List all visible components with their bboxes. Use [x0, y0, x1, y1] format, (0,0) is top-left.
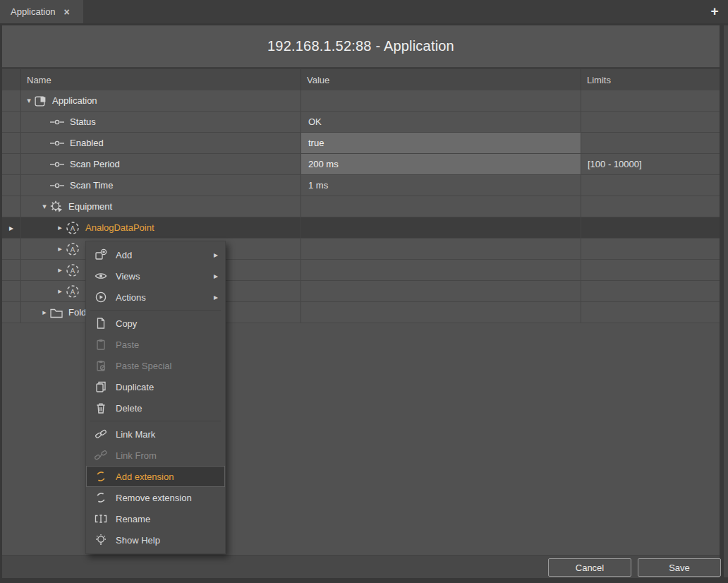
folder-icon	[49, 306, 63, 319]
menu-item-label: Rename	[116, 514, 150, 524]
expander-icon[interactable]	[55, 223, 65, 232]
row-marker	[2, 112, 21, 132]
menu-item-label: Show Help	[116, 535, 160, 546]
new-tab-button[interactable]: +	[705, 2, 724, 20]
menu-item-label: Views	[116, 271, 140, 282]
expander-icon[interactable]	[24, 96, 34, 105]
tree-item-application[interactable]: Application	[21, 90, 301, 111]
menu-item-copy[interactable]: Copy	[86, 313, 225, 334]
menu-item-link-from[interactable]: Link From	[86, 445, 225, 466]
link-icon	[94, 428, 108, 440]
limits-cell	[581, 175, 720, 196]
tree-item-label: Equipment	[68, 201, 112, 212]
limits-cell	[581, 133, 720, 153]
menu-item-add-extension[interactable]: Add extension	[86, 466, 225, 487]
limits-cell	[581, 217, 720, 238]
value-cell-enabled[interactable]: true	[301, 133, 581, 153]
limits-cell	[581, 196, 720, 217]
analog-point-icon: A	[65, 220, 80, 236]
menu-separator	[90, 421, 221, 421]
value-cell: OK	[301, 112, 581, 132]
link-from-icon	[94, 449, 108, 462]
menu-item-show-help[interactable]: Show Help	[86, 529, 225, 551]
value-cell	[301, 260, 581, 280]
menu-item-rename[interactable]: Rename	[86, 508, 225, 529]
row-marker	[2, 154, 21, 174]
property-label: Status	[70, 116, 96, 127]
duplicate-icon	[94, 380, 108, 393]
tab-label: Application	[11, 6, 56, 17]
save-button[interactable]: Save	[638, 558, 721, 577]
expander-icon[interactable]	[55, 244, 65, 253]
row-marker	[2, 281, 21, 301]
expander-icon[interactable]	[55, 287, 65, 296]
menu-item-label: Link From	[116, 450, 157, 461]
tree-item-analogdatapoint[interactable]: A AnalogDataPoint	[21, 217, 301, 238]
tree-row: Scan Time 1 ms	[2, 175, 720, 196]
menu-item-actions[interactable]: Actions	[86, 287, 225, 308]
gear-icon	[49, 200, 63, 214]
value-cell	[301, 217, 581, 238]
header-value[interactable]: Value	[301, 69, 581, 90]
tree-item-label: AnalogDataPoint	[85, 222, 154, 233]
property-row-enabled[interactable]: Enabled	[21, 133, 301, 153]
property-row-scan-time[interactable]: Scan Time	[21, 175, 301, 196]
menu-item-views[interactable]: Views	[86, 265, 225, 287]
menu-separator	[90, 310, 221, 311]
limits-cell	[581, 239, 720, 259]
property-label: Scan Period	[70, 159, 120, 169]
expander-icon[interactable]	[40, 308, 49, 317]
menu-item-add[interactable]: Add	[86, 244, 225, 265]
menu-item-remove-extension[interactable]: Remove extension	[86, 487, 225, 508]
add-icon	[94, 248, 108, 261]
row-marker	[2, 302, 21, 323]
header-marker-column	[2, 69, 21, 90]
property-icon	[49, 161, 65, 168]
row-marker	[2, 175, 21, 196]
menu-item-label: Duplicate	[116, 382, 154, 392]
menu-item-label: Add extension	[116, 471, 174, 482]
tree-item-label: Application	[52, 95, 97, 106]
expander-icon[interactable]	[40, 202, 49, 211]
menu-item-duplicate[interactable]: Duplicate	[86, 376, 225, 397]
property-row-status[interactable]: Status	[21, 112, 301, 132]
menu-item-label: Remove extension	[116, 493, 192, 503]
value-cell-scan-period[interactable]: 200 ms	[301, 154, 581, 174]
limits-cell	[581, 112, 720, 132]
connection-title: 192.168.1.52:88 - Application	[2, 25, 720, 69]
tab-application[interactable]: Application ×	[0, 0, 83, 23]
menu-item-link-mark[interactable]: Link Mark	[86, 423, 225, 445]
value-cell	[301, 281, 581, 301]
header-name[interactable]: Name	[21, 69, 301, 90]
limits-cell	[581, 281, 720, 301]
menu-item-paste-special[interactable]: Paste Special	[86, 355, 225, 376]
svg-text:A: A	[71, 287, 75, 295]
value-cell	[301, 239, 581, 259]
value-cell: 1 ms	[301, 175, 581, 196]
property-row-scan-period[interactable]: Scan Period	[21, 154, 301, 174]
cancel-button[interactable]: Cancel	[548, 558, 631, 577]
header-limits[interactable]: Limits	[581, 69, 720, 90]
tree-item-equipment[interactable]: Equipment	[21, 196, 301, 217]
tab-close-icon[interactable]: ×	[64, 7, 70, 17]
views-icon	[94, 270, 108, 282]
tab-bar: Application × +	[0, 0, 728, 23]
expander-icon[interactable]	[55, 265, 65, 275]
limits-cell	[581, 260, 720, 280]
panel-right-edge	[724, 25, 728, 577]
value-cell	[301, 196, 581, 217]
value-cell	[301, 302, 581, 323]
limits-cell	[581, 90, 720, 111]
application-icon	[34, 94, 47, 107]
value-cell[interactable]	[301, 90, 581, 111]
menu-item-delete[interactable]: Delete	[86, 397, 225, 419]
grid-header: Name Value Limits	[2, 69, 720, 90]
property-label: Enabled	[70, 138, 104, 148]
context-menu: Add Views Actions Copy	[85, 241, 226, 554]
property-icon	[49, 119, 65, 126]
row-marker	[2, 260, 21, 280]
menu-item-paste[interactable]: Paste	[86, 334, 225, 355]
menu-item-label: Copy	[116, 318, 137, 329]
paste-special-icon	[94, 359, 108, 372]
property-icon	[49, 182, 65, 189]
